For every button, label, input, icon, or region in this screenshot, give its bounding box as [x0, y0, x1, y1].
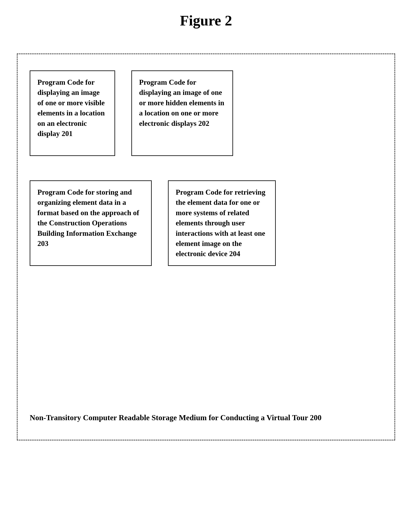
page-container: Figure 2 Program Code for displaying an … [17, 12, 395, 440]
program-box-204: Program Code for retrieving the element … [168, 180, 276, 266]
program-box-201: Program Code for displaying an image of … [30, 70, 115, 156]
program-box-202: Program Code for displaying an image of … [131, 70, 233, 156]
middle-section: Program Code for storing and organizing … [30, 180, 382, 266]
figure-title: Figure 2 [17, 12, 395, 29]
top-section: Program Code for displaying an image of … [30, 70, 382, 156]
outer-box: Program Code for displaying an image of … [17, 54, 395, 440]
label-200: Non-Transitory Computer Readable Storage… [30, 412, 321, 424]
program-box-203: Program Code for storing and organizing … [30, 180, 152, 266]
